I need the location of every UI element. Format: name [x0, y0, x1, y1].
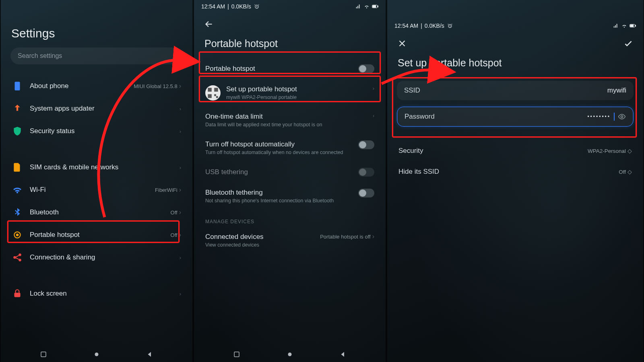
row-label: Bluetooth tethering — [205, 189, 351, 197]
back-arrow-icon[interactable] — [204, 19, 214, 29]
settings-item-portable-hotspot[interactable]: Portable hotspot Off› — [10, 224, 183, 246]
row-subtitle: mywifi WPA2-Personal portable — [226, 94, 367, 101]
settings-item-bluetooth[interactable]: Bluetooth Off› — [10, 201, 183, 224]
status-time: 12:54 AM — [201, 3, 225, 10]
svg-rect-7 — [41, 352, 46, 357]
nav-back-button[interactable] — [146, 351, 153, 358]
settings-item-connection-sharing[interactable]: Connection & sharing › — [10, 246, 183, 269]
auto-off-row[interactable]: Turn off hotspot automatically Turn off … — [204, 134, 376, 162]
search-input[interactable]: Search settings — [10, 47, 183, 64]
bluetooth-tethering-row[interactable]: Bluetooth tethering Not sharing this pho… — [204, 183, 376, 210]
hotspot-toggle[interactable] — [358, 64, 374, 73]
bt-tether-toggle[interactable] — [358, 189, 374, 197]
close-icon[interactable] — [397, 38, 407, 49]
security-row[interactable]: Security WPA2-Personal◇ — [397, 140, 634, 161]
battery-icon — [372, 4, 378, 9]
nav-recent-button[interactable] — [233, 351, 240, 358]
settings-item-sim-cards[interactable]: SIM cards & mobile networks › — [10, 156, 183, 179]
settings-item-trail: Off› — [171, 209, 181, 216]
alarm-icon — [254, 4, 260, 9]
settings-item-system-updater[interactable]: System apps updater › — [10, 97, 183, 120]
svg-rect-17 — [216, 96, 218, 98]
android-nav-bar — [194, 351, 386, 358]
svg-rect-0 — [15, 82, 20, 90]
auto-off-toggle[interactable] — [358, 140, 374, 149]
row-label: Security — [398, 147, 423, 155]
row-subtitle: Turn off hotspot automatically when no d… — [205, 149, 351, 156]
svg-rect-11 — [378, 6, 378, 7]
status-netspeed: 0.0KB/s — [425, 23, 444, 29]
signal-icon — [613, 23, 619, 29]
status-bar: 12:54 AM | 0.0KB/s — [387, 19, 643, 31]
signal-icon — [355, 4, 361, 9]
svg-point-19 — [288, 353, 292, 356]
share-icon — [12, 252, 23, 263]
settings-item-wifi[interactable]: Wi-Fi FiberWiFi› — [10, 179, 183, 201]
settings-item-label: Connection & sharing — [30, 253, 172, 261]
svg-point-24 — [621, 116, 623, 118]
usb-tethering-row: USB tethering — [204, 162, 376, 183]
settings-item-trail: MIUI Global 12.5.8› — [134, 82, 181, 90]
password-field[interactable]: Password •••••••• — [397, 107, 634, 127]
row-label: One-time data limit — [205, 113, 365, 121]
settings-item-label: SIM cards & mobile networks — [30, 163, 172, 171]
phone-hotspot-settings: 12:54 AM | 0.0KB/s Portable hotspot Port… — [193, 0, 386, 362]
usb-tether-toggle — [358, 168, 374, 177]
phone-setup-hotspot: 12:54 AM | 0.0KB/s Set up portable hotsp… — [386, 0, 644, 362]
settings-item-trail: Off› — [171, 231, 181, 239]
row-label: Set up portable hotspot — [226, 85, 367, 93]
wifi-status-icon — [363, 4, 370, 9]
nav-home-button[interactable] — [93, 351, 100, 358]
settings-item-label: Bluetooth — [30, 208, 163, 216]
settings-item-label: Security status — [30, 127, 172, 135]
nav-recent-button[interactable] — [40, 351, 47, 358]
data-limit-row[interactable]: One-time data limit Data limit will be a… — [204, 107, 376, 134]
ssid-value: mywifi — [607, 86, 626, 95]
status-separator: | — [227, 3, 229, 10]
bluetooth-icon — [12, 207, 23, 218]
row-label: USB tethering — [205, 168, 351, 176]
confirm-check-icon[interactable] — [623, 38, 634, 49]
connected-devices-row[interactable]: Connected devices View connected devices… — [204, 227, 376, 254]
row-label: Portable hotspot — [205, 65, 351, 73]
chevron-right-icon: › — [373, 85, 374, 91]
svg-point-1 — [16, 234, 19, 237]
shield-icon — [12, 126, 23, 136]
svg-rect-22 — [635, 25, 636, 27]
status-time: 12:54 AM — [394, 23, 418, 29]
chevron-right-icon: › — [180, 165, 181, 171]
status-netspeed: 0.0KB/s — [231, 3, 251, 10]
hotspot-toggle-row[interactable]: Portable hotspot — [204, 58, 376, 79]
page-title: Settings — [11, 27, 183, 40]
nav-home-button[interactable] — [286, 351, 293, 358]
svg-rect-18 — [234, 352, 239, 357]
svg-rect-14 — [214, 88, 218, 92]
nav-back-button[interactable] — [339, 351, 347, 358]
sim-card-icon — [12, 162, 23, 173]
section-header: MANAGE DEVICES — [205, 219, 376, 224]
svg-point-8 — [95, 353, 99, 356]
settings-item-lock-screen[interactable]: Lock screen › — [10, 282, 183, 305]
svg-rect-13 — [208, 88, 212, 92]
settings-item-label: About phone — [30, 82, 126, 90]
lock-icon — [12, 288, 23, 299]
wifi-icon — [12, 185, 23, 195]
chevron-right-icon: › — [180, 128, 181, 134]
chevron-right-icon: › — [373, 113, 374, 119]
eye-visibility-icon[interactable] — [618, 113, 626, 121]
svg-rect-12 — [373, 6, 376, 8]
field-label: SSID — [404, 86, 420, 95]
chevron-right-icon: › — [180, 106, 181, 112]
row-subtitle: Data limit will be applied next time you… — [205, 121, 365, 128]
setup-hotspot-row[interactable]: Set up portable hotspot mywifi WPA2-Pers… — [204, 79, 376, 107]
android-nav-bar — [1, 351, 192, 358]
chevron-right-icon: › — [180, 255, 181, 261]
hide-ssid-row[interactable]: Hide its SSID Off◇ — [397, 161, 634, 182]
status-bar: 12:54 AM | 0.0KB/s — [194, 0, 386, 11]
row-label: Turn off hotspot automatically — [205, 140, 351, 148]
ssid-field[interactable]: SSID mywifi — [397, 81, 634, 100]
settings-item-security-status[interactable]: Security status › — [10, 120, 183, 142]
password-masked-value: •••••••• — [587, 114, 611, 119]
page-title: Set up portable hotspot — [398, 57, 634, 69]
settings-item-about-phone[interactable]: About phone MIUI Global 12.5.8› — [10, 75, 183, 97]
